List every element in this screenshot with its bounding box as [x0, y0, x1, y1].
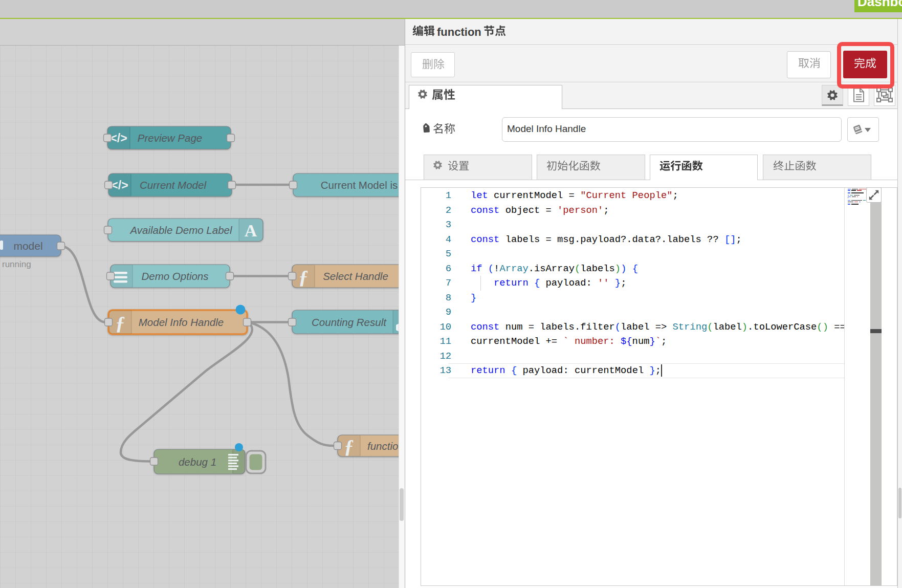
svg-text:A: A: [245, 221, 257, 240]
svg-text:</>: </>: [110, 132, 127, 145]
svg-text:Demo Options: Demo Options: [141, 270, 208, 282]
svg-text:Current Model is: Current Model is: [321, 179, 398, 191]
svg-text:Preview Page: Preview Page: [138, 132, 202, 144]
svg-text:model: model: [13, 240, 42, 252]
svg-text:running: running: [2, 259, 31, 269]
svg-text:</>: </>: [111, 179, 128, 192]
svg-text:Available Demo Label: Available Demo Label: [129, 224, 232, 236]
svg-text:ƒ: ƒ: [116, 312, 125, 334]
svg-text:ƒ: ƒ: [299, 266, 309, 288]
svg-text:Select Handle: Select Handle: [323, 270, 388, 282]
svg-text:Current Model: Current Model: [140, 179, 207, 191]
svg-text:Counting Result: Counting Result: [312, 316, 387, 328]
svg-text:Model Info Handle: Model Info Handle: [139, 316, 224, 328]
svg-text:functio: functio: [367, 440, 398, 452]
svg-text:debug 1: debug 1: [179, 456, 216, 468]
svg-text:ƒ: ƒ: [344, 435, 354, 457]
